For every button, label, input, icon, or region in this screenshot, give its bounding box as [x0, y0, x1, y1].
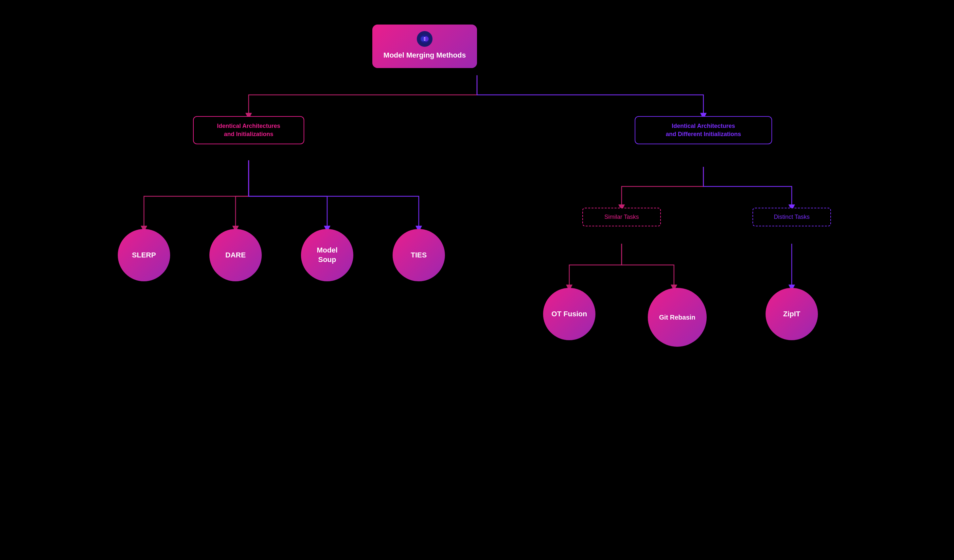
distinct-tasks-node: Distinct Tasks — [753, 208, 831, 226]
leaf-slerp: SLERP — [118, 229, 170, 281]
merge-icon — [417, 31, 432, 47]
leaf-dare: DARE — [209, 229, 262, 281]
slerp-label: SLERP — [132, 250, 156, 260]
distinct-tasks-label: Distinct Tasks — [774, 214, 810, 220]
leaf-model-soup: ModelSoup — [301, 229, 353, 281]
left-inter-label: Identical Architecturesand Initializatio… — [217, 123, 280, 137]
root-node: Model Merging Methods — [372, 25, 477, 68]
leaf-ot-fusion: OT Fusion — [543, 288, 595, 340]
ties-label: TIES — [411, 250, 427, 260]
diagram-container: Model Merging Methods Identical Architec… — [0, 0, 954, 560]
zipit-label: ZipIT — [783, 310, 801, 319]
root-title: Model Merging Methods — [383, 51, 466, 60]
model-soup-label: ModelSoup — [317, 246, 338, 264]
git-rebasin-label: Git Rebasin — [659, 313, 695, 322]
leaf-zipit: ZipIT — [765, 288, 818, 340]
dare-label: DARE — [225, 250, 246, 260]
right-inter-label: Identical Architecturesand Different Ini… — [666, 123, 741, 137]
similar-tasks-node: Similar Tasks — [582, 208, 661, 226]
ot-fusion-label: OT Fusion — [552, 310, 587, 319]
similar-tasks-label: Similar Tasks — [604, 214, 639, 220]
right-inter-node: Identical Architecturesand Different Ini… — [635, 116, 772, 144]
leaf-git-rebasin: Git Rebasin — [648, 288, 707, 347]
leaf-ties: TIES — [393, 229, 445, 281]
left-inter-node: Identical Architecturesand Initializatio… — [193, 116, 304, 144]
